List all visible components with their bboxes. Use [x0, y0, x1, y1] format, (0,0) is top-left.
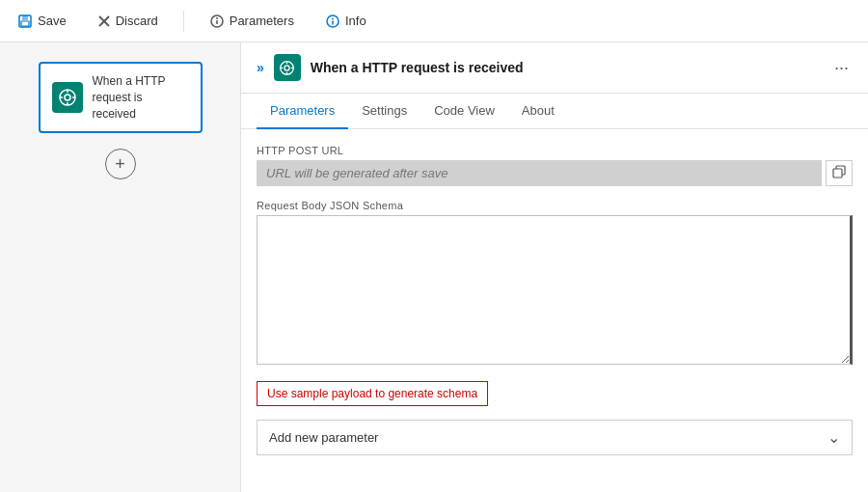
- chevron-down-icon: ⌄: [827, 428, 840, 447]
- save-button[interactable]: Save: [12, 10, 72, 33]
- request-body-label: Request Body JSON Schema: [257, 200, 853, 211]
- svg-point-12: [65, 95, 70, 100]
- http-post-url-section: HTTP POST URL: [257, 145, 853, 186]
- svg-rect-1: [22, 15, 28, 20]
- toolbar: Save Discard Parameters Info: [0, 0, 868, 42]
- svg-rect-24: [833, 169, 842, 178]
- info-label: Info: [345, 14, 366, 28]
- save-label: Save: [38, 14, 67, 28]
- tab-parameters[interactable]: Parameters: [257, 94, 348, 129]
- svg-rect-2: [21, 21, 29, 26]
- discard-button[interactable]: Discard: [92, 10, 164, 32]
- add-step-button[interactable]: +: [105, 149, 136, 179]
- more-options-button[interactable]: ···: [830, 59, 853, 76]
- toolbar-divider: [183, 11, 184, 32]
- tab-settings[interactable]: Settings: [348, 94, 420, 129]
- discard-label: Discard: [116, 14, 158, 28]
- main-layout: When a HTTP request is received + » When…: [0, 42, 868, 492]
- panel-header: » When a HTTP request is received ···: [241, 42, 868, 94]
- http-trigger-node[interactable]: When a HTTP request is received: [39, 62, 203, 133]
- parameters-icon: [209, 14, 225, 29]
- svg-point-6: [216, 17, 218, 19]
- node-icon: [52, 82, 83, 113]
- tabs-bar: Parameters Settings Code View About: [241, 94, 868, 129]
- info-icon: [325, 14, 340, 29]
- save-icon: [17, 14, 33, 29]
- panel-content: HTTP POST URL Request Body JSON Schema: [241, 129, 868, 471]
- url-input: [257, 160, 822, 186]
- parameters-button[interactable]: Parameters: [203, 10, 300, 33]
- parameters-label: Parameters: [230, 14, 294, 28]
- http-post-url-label: HTTP POST URL: [257, 145, 853, 156]
- left-panel: When a HTTP request is received +: [0, 42, 241, 492]
- svg-point-18: [285, 65, 289, 69]
- panel-header-icon: [274, 54, 301, 81]
- add-param-label: Add new parameter: [269, 430, 378, 445]
- info-button[interactable]: Info: [319, 10, 372, 33]
- request-body-section: Request Body JSON Schema: [257, 200, 853, 368]
- copy-url-button[interactable]: [826, 160, 853, 186]
- expand-icon[interactable]: »: [257, 60, 264, 75]
- node-label: When a HTTP request is received: [93, 73, 189, 122]
- discard-icon: [97, 14, 111, 28]
- copy-icon: [832, 165, 846, 178]
- svg-point-9: [332, 17, 334, 19]
- generate-schema-button[interactable]: Use sample payload to generate schema: [257, 381, 488, 406]
- panel-title: When a HTTP request is received: [311, 60, 821, 75]
- tab-about[interactable]: About: [508, 94, 568, 129]
- add-parameter-section[interactable]: Add new parameter ⌄: [257, 420, 853, 455]
- right-panel: » When a HTTP request is received ··· Pa…: [241, 42, 868, 492]
- tab-code-view[interactable]: Code View: [420, 94, 508, 129]
- schema-textarea[interactable]: [257, 215, 853, 365]
- url-field: [257, 160, 853, 186]
